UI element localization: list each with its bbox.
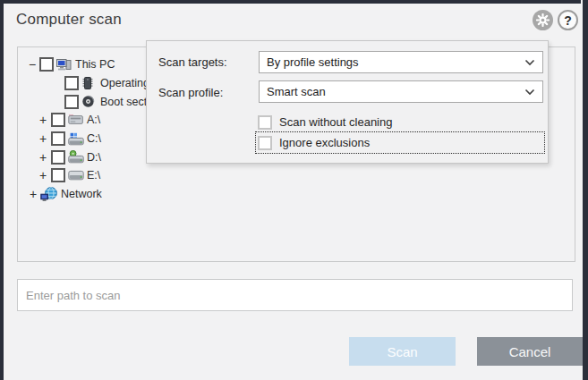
settings-button[interactable] xyxy=(533,10,553,30)
tree-item-network[interactable]: +Network xyxy=(19,185,574,204)
gear-icon xyxy=(535,13,550,28)
collapse-icon[interactable]: − xyxy=(27,58,38,71)
path-input[interactable] xyxy=(17,279,573,311)
tree-item-checkbox[interactable] xyxy=(51,113,65,127)
scan-without-cleaning-option[interactable]: Scan without cleaning xyxy=(256,111,392,133)
optical-drive-icon xyxy=(68,150,84,165)
floppy-drive-icon xyxy=(68,113,84,127)
scan-button[interactable]: Scan xyxy=(349,337,456,366)
boot-sectors-icon xyxy=(81,95,98,109)
expand-icon[interactable]: + xyxy=(28,188,38,200)
scan-without-cleaning-checkbox[interactable] xyxy=(258,115,272,130)
network-icon xyxy=(40,187,58,202)
tree-item-checkbox[interactable] xyxy=(64,76,79,90)
scan-profile-value: Smart scan xyxy=(267,85,326,98)
computer-scan-dialog: Computer scan ? −This PCO xyxy=(0,0,588,380)
scan-profile-dropdown[interactable]: Smart scan xyxy=(259,80,543,103)
window-frame-top xyxy=(0,0,581,4)
tree-item-label[interactable]: This PC xyxy=(75,58,115,71)
tree-item-label[interactable]: C:\ xyxy=(87,132,101,145)
memory-icon xyxy=(81,76,98,90)
ignore-exclusions-label: Ignore exclusions xyxy=(279,136,370,149)
tree-item-checkbox[interactable] xyxy=(39,57,54,72)
scan-profile-label: Scan profile: xyxy=(158,86,223,99)
computer-icon xyxy=(56,57,72,72)
tree-item-label[interactable]: A:\ xyxy=(87,114,100,126)
tree-item-label[interactable]: D:\ xyxy=(87,151,101,164)
scan-without-cleaning-label: Scan without cleaning xyxy=(279,115,392,129)
window-frame-left xyxy=(0,0,4,380)
chevron-down-icon xyxy=(524,59,535,66)
tree-item-checkbox[interactable] xyxy=(64,95,79,109)
tree-item-label[interactable]: Network xyxy=(61,188,102,200)
ignore-exclusions-option[interactable]: Ignore exclusions xyxy=(255,131,545,154)
tree-item-checkbox[interactable] xyxy=(51,168,65,182)
tree-item-label[interactable]: E:\ xyxy=(87,169,100,182)
cancel-button[interactable]: Cancel xyxy=(477,337,583,366)
scan-targets-value: By profile settings xyxy=(267,55,359,69)
tree-item-e[interactable]: +E:\ xyxy=(19,166,574,185)
local-drive-icon xyxy=(68,168,84,182)
tree-item-checkbox[interactable] xyxy=(51,131,65,146)
ignore-exclusions-checkbox[interactable] xyxy=(258,136,272,150)
chevron-down-icon xyxy=(524,89,535,96)
scan-targets-dropdown[interactable]: By profile settings xyxy=(259,51,543,73)
question-mark-icon: ? xyxy=(564,13,572,28)
page-title: Computer scan xyxy=(16,11,122,29)
scan-options-popup: Scan targets: By profile settings Scan p… xyxy=(146,40,549,164)
window-frame-right xyxy=(583,0,588,380)
tree-item-checkbox[interactable] xyxy=(51,150,65,165)
expand-icon[interactable]: + xyxy=(38,151,48,164)
help-button[interactable]: ? xyxy=(558,10,578,30)
expand-icon[interactable]: + xyxy=(38,169,48,182)
expand-icon[interactable]: + xyxy=(38,114,48,126)
expand-icon[interactable]: + xyxy=(38,132,48,145)
scan-targets-label: Scan targets: xyxy=(158,55,227,69)
system-drive-icon xyxy=(68,131,84,146)
